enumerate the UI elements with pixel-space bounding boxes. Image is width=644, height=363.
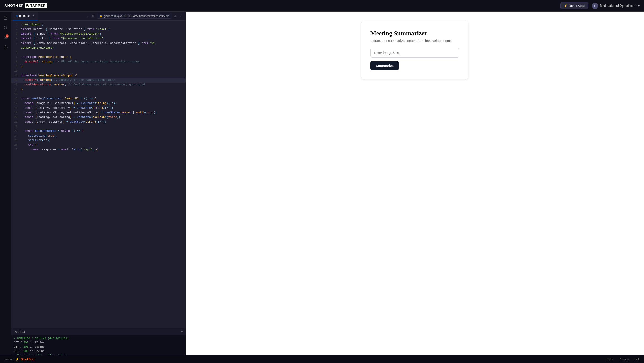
code-line-25: 25 setError(''); [11, 138, 186, 143]
user-menu[interactable]: F fekri.darkaoui@gmail.com ▾ [592, 3, 640, 9]
url-bar: 🔒 gaxlenrun-kgxz--3000--34c588ed.local.w… [97, 14, 172, 19]
code-line-17: 17 const [imageUrl, setImageUrl] = useSt… [11, 101, 186, 106]
logo-wrapper: WRAPPER [24, 3, 47, 8]
terminal-line-4: GET / 200 in 9722ms [14, 349, 183, 353]
sidebar-item-extensions[interactable]: 1 [2, 34, 10, 42]
tab-file-icon: ◈ [16, 14, 18, 18]
tab-label: page.tsx [19, 14, 30, 18]
code-line-27: 27 const response = await fetch('/api', … [11, 148, 186, 152]
code-line-24: 24 setLoading(true); [11, 134, 186, 138]
preview-panel: Meeting Summarizer Extract and summarize… [186, 12, 644, 355]
terminal-title: Terminal [14, 330, 25, 333]
svg-point-0 [4, 26, 7, 29]
user-email: fekri.darkaoui@gmail.com [600, 4, 636, 8]
image-url-input[interactable] [370, 48, 459, 58]
logo: ANOTHER WRAPPER [4, 3, 47, 8]
terminal-line-2: GET / 200 in 9712ms [14, 341, 183, 345]
svg-point-2 [5, 47, 6, 48]
code-line-19: 19 const [confidenceScore, setConfidence… [11, 110, 186, 115]
code-line-8: 8 imageUrl: string; // URL of the image … [11, 60, 186, 64]
code-line-23: 23 const handleSubmit = async () => { [11, 129, 186, 134]
terminal-body: ✓ Compiled / in 9.2s (477 modules) GET /… [11, 335, 186, 355]
app-card-description: Extract and summarize content from handw… [370, 39, 459, 43]
navbar: ANOTHER WRAPPER ⚡ Demo Apps F fekri.dark… [0, 0, 644, 12]
code-line-12: 12 summary: string; // Summary of the ha… [11, 78, 186, 83]
sidebar-item-search[interactable] [2, 24, 10, 32]
open-external-button[interactable]: ⎋ [174, 14, 177, 19]
terminal-add-button[interactable]: + [181, 330, 183, 334]
code-line-5: 5 import { Card, CardContent, CardHeader… [11, 41, 186, 46]
tab-close-button[interactable]: ✕ [32, 14, 35, 18]
editor-panel: ◈ page.tsx ✕ ··· ↻ 🔒 gaxlenrun-kgxz--300… [11, 12, 186, 355]
chevron-down-icon: ▾ [638, 4, 640, 8]
terminal-panel: Terminal + ✓ Compiled / in 9.2s (477 mod… [11, 328, 186, 355]
code-line-18: 18 const [summary, setSummary] = useStat… [11, 106, 186, 111]
code-line-4: 4 import { Button } from "@/components/u… [11, 36, 186, 41]
editor-view-button[interactable]: Editor [606, 357, 613, 361]
code-line-10: 10 [11, 69, 186, 73]
code-line-11: 11 interface MeetingSummaryOutput { [11, 73, 186, 78]
fork-label: Fork on [4, 357, 14, 361]
code-line-3: 3 import { Input } from "@/components/ui… [11, 32, 186, 37]
app-card: Meeting Summarizer Extract and summarize… [361, 21, 468, 80]
footer-left: Fork on ⚡ StackBlitz [4, 357, 35, 361]
stackblitz-icon: ⚡ [15, 357, 19, 361]
url-text: gaxlenrun-kgxz--3000--34c588ed.local.web… [104, 15, 169, 18]
demo-apps-label: Demo Apps [569, 4, 585, 8]
footer-right: Editor Preview Both [606, 357, 640, 361]
lock-icon: 🔒 [100, 15, 103, 18]
terminal-header: Terminal + [11, 328, 186, 335]
code-line-22: 22 [11, 124, 186, 129]
code-line-21: 21 const [error, setError] = useState<st… [11, 120, 186, 124]
code-line-5b: components/ui/card"; [11, 46, 186, 50]
both-view-button[interactable]: Both [634, 357, 640, 361]
terminal-line-1: ✓ Compiled / in 9.2s (477 modules) [14, 336, 183, 341]
svg-line-1 [6, 29, 7, 29]
code-line-2: 2 import React, { useState, useEffect } … [11, 27, 186, 32]
more-options-button[interactable]: ··· [85, 14, 89, 19]
app-card-title: Meeting Summarizer [370, 30, 459, 37]
code-line-7: 7 interface MeetingNotesInput { [11, 55, 186, 60]
avatar: F [592, 3, 598, 9]
code-line-9: 9 } [11, 64, 186, 69]
sidebar-item-settings[interactable] [2, 44, 10, 52]
code-line-1: 1 'use client'; [11, 22, 186, 27]
main-area: 1 ◈ page.tsx ✕ ··· ↻ 🔒 gaxlenrun-kgxz--3… [0, 12, 644, 355]
terminal-line-3: GET / 200 in 5533ms [14, 345, 183, 349]
navigate-button[interactable]: → [179, 14, 184, 19]
extensions-badge: 1 [6, 35, 9, 38]
tab-page-tsx[interactable]: ◈ page.tsx ✕ [13, 12, 38, 20]
stackblitz-label: StackBlitz [21, 357, 35, 361]
code-line-14: 14 } [11, 87, 186, 92]
editor-top-bar: ◈ page.tsx ✕ ··· ↻ 🔒 gaxlenrun-kgxz--300… [11, 12, 186, 21]
code-line-13: 13 confidenceScore: number; // Confidenc… [11, 83, 186, 87]
footer: Fork on ⚡ StackBlitz Editor Preview Both [0, 355, 644, 363]
demo-apps-button[interactable]: ⚡ Demo Apps [560, 2, 588, 10]
code-line-6: 6 [11, 50, 186, 55]
reload-button[interactable]: ↻ [91, 14, 95, 19]
code-line-26: 26 try { [11, 143, 186, 148]
lightning-icon: ⚡ [564, 4, 568, 8]
sidebar: 1 [0, 12, 11, 355]
code-line-15: 15 [11, 92, 186, 97]
code-editor[interactable]: 1 'use client'; 2 import React, { useSta… [11, 21, 186, 328]
code-line-16: 16 const MeetingSummarizer: React.FC = (… [11, 97, 186, 101]
preview-view-button[interactable]: Preview [619, 357, 629, 361]
code-line-20: 20 const [loading, setLoading] = useStat… [11, 115, 186, 120]
summarize-button[interactable]: Summarize [370, 61, 399, 70]
logo-another: ANOTHER [4, 4, 24, 8]
sidebar-item-files[interactable] [2, 14, 10, 22]
preview-content: Meeting Summarizer Extract and summarize… [186, 12, 644, 355]
navbar-right: ⚡ Demo Apps F fekri.darkaoui@gmail.com ▾ [560, 2, 640, 10]
